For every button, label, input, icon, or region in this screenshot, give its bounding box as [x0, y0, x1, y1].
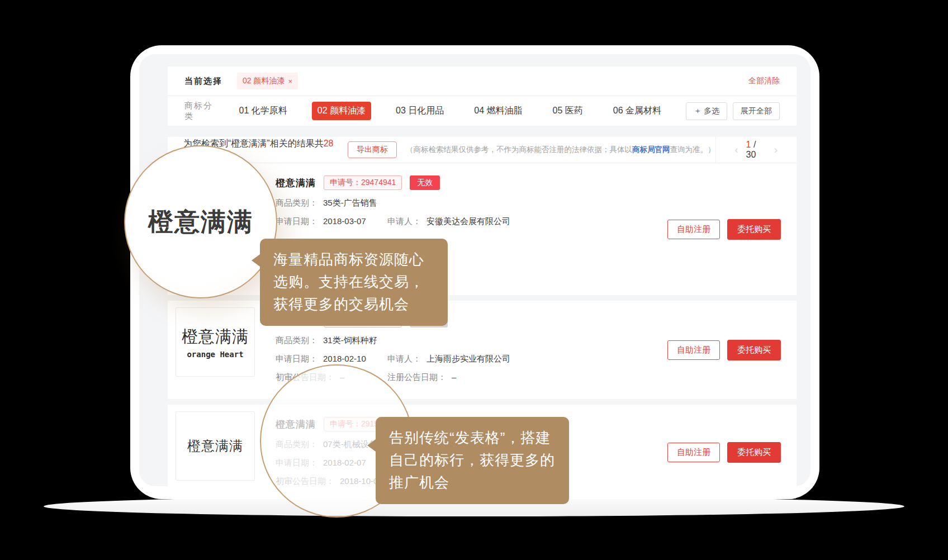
- selected-filter-tag-label: 02 颜料油漆: [243, 76, 285, 86]
- category-label: 商标分类: [184, 101, 219, 122]
- prev-page-icon[interactable]: ‹: [735, 144, 738, 156]
- pagination: ‹ 1 / 30 ›: [715, 137, 797, 163]
- current-selection-row: 当前选择 02 颜料油漆 × 全部清除: [168, 67, 797, 96]
- self-register-button[interactable]: 自助注册: [667, 443, 720, 462]
- export-trademarks-button[interactable]: 导出商标: [348, 141, 397, 158]
- entrust-buy-button[interactable]: 委托购买: [727, 219, 781, 240]
- category-tab-01[interactable]: 01 化学原料: [234, 102, 293, 120]
- category-tab-02-active[interactable]: 02 颜料油漆: [312, 102, 371, 120]
- filter-card: 当前选择 02 颜料油漆 × 全部清除 商标分类 01 化学原料 02 颜料油漆…: [168, 67, 797, 126]
- next-page-icon[interactable]: ›: [774, 144, 778, 156]
- self-register-button[interactable]: 自助注册: [667, 340, 720, 360]
- category-tab-06[interactable]: 06 金属材料: [608, 102, 667, 120]
- category-tab-04[interactable]: 04 燃料油脂: [468, 102, 528, 120]
- stage: 当前选择 02 颜料油漆 × 全部清除 商标分类 01 化学原料 02 颜料油漆…: [0, 0, 948, 560]
- trademark-image-2: 橙意满满 orange Heart: [176, 307, 255, 377]
- results-count: 28: [324, 139, 334, 148]
- trademark-image-3: 橙意满满: [176, 411, 255, 481]
- callout-promotion: 告别传统“发表格”，搭建自己的标行，获得更多的推广机会: [376, 417, 569, 504]
- row-divider: [168, 399, 797, 405]
- trademark-name: 橙意满满: [276, 177, 316, 189]
- category-tab-05[interactable]: 05 医药: [547, 102, 589, 120]
- callout-marketplace: 海量精品商标资源随心选购。支持在线交易，获得更多的交易机会: [260, 239, 448, 326]
- magnifier-circle-large: 橙意满满: [124, 145, 277, 298]
- entrust-buy-button[interactable]: 委托购买: [727, 442, 781, 463]
- application-number-tag: 申请号：29474941: [324, 175, 402, 190]
- results-header: 为您检索到“橙意满满”相关的结果共28 个 导出商标 （商标检索结果仅供参考，不…: [168, 137, 797, 163]
- close-icon[interactable]: ×: [288, 77, 292, 86]
- self-register-button[interactable]: 自助注册: [667, 220, 720, 239]
- current-selection-label: 当前选择: [184, 76, 222, 87]
- total-pages: 30: [746, 150, 756, 159]
- category-tab-03[interactable]: 03 日化用品: [390, 102, 449, 120]
- current-page: 1: [746, 140, 751, 149]
- multi-select-button[interactable]: ＋ 多选: [686, 102, 727, 120]
- entrust-buy-button[interactable]: 委托购买: [727, 340, 781, 360]
- category-row: 商标分类 01 化学原料 02 颜料油漆 03 日化用品 04 燃料油脂 05 …: [168, 96, 797, 126]
- expand-all-button[interactable]: 展开全部: [733, 102, 780, 120]
- disclaimer-text: （商标检索结果仅供参考，不作为商标能否注册的法律依据；具体以商标局官网查询为准。…: [406, 145, 715, 155]
- status-badge: 无效: [410, 175, 440, 190]
- selected-filter-tag[interactable]: 02 颜料油漆 ×: [237, 73, 298, 89]
- trademark-office-link[interactable]: 商标局官网: [632, 145, 670, 154]
- magnified-trademark-text: 橙意满满: [148, 205, 253, 239]
- clear-all-link[interactable]: 全部清除: [748, 76, 780, 86]
